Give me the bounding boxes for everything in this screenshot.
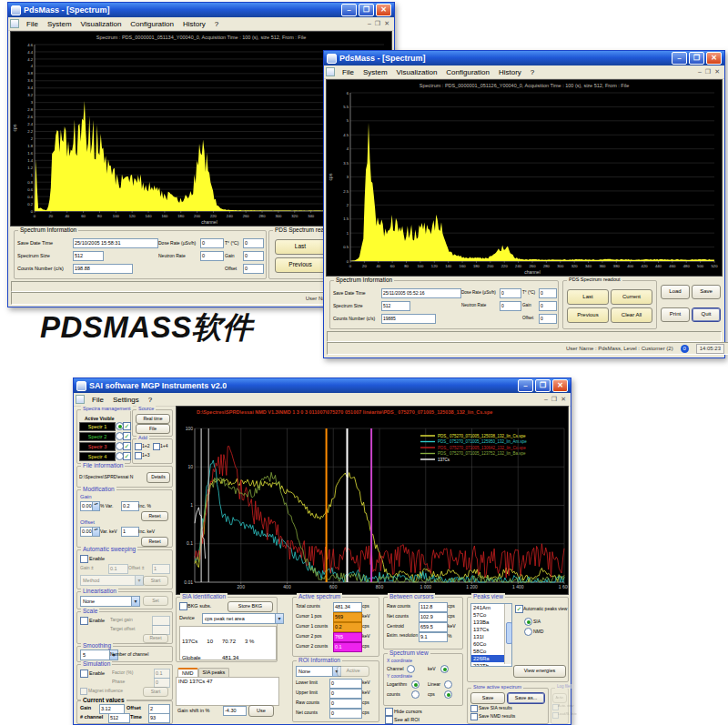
add-1-2-checkbox[interactable] [135,443,142,450]
minimize-button[interactable]: – [672,52,687,65]
see-all-roi-checkbox[interactable] [385,716,393,724]
mdi-close-icon[interactable]: ✕ [561,396,566,403]
cursor2-counts-field[interactable]: 0.1 [333,642,362,652]
add-1-3-checkbox[interactable] [135,452,142,459]
real-time-button[interactable]: Real time [136,414,170,424]
save-date-field[interactable]: 25/10/2005 15:58:31 [73,238,158,248]
save-button[interactable]: Save [470,692,505,704]
save-button[interactable]: Save [692,285,721,299]
kev-radio[interactable] [440,665,449,673]
close-button[interactable]: ✕ [706,52,722,65]
offset-reset-button[interactable]: Reset [141,537,168,547]
linear-radio[interactable] [444,680,452,689]
minimize-button[interactable]: – [341,4,357,16]
dose-rate-field[interactable]: 0 [200,238,224,248]
channel-radio[interactable] [407,665,415,673]
spectrum-3-visible-checkbox[interactable]: ✓ [123,442,131,450]
bkg-subs-checkbox[interactable] [179,602,187,610]
menu-item-configuration[interactable]: Configuration [441,68,494,76]
gain-reset-button[interactable]: Reset [141,511,168,521]
maximize-button[interactable]: ❐ [689,52,704,65]
sia-radio[interactable] [524,618,532,626]
offset-spinner[interactable]: 0.00 [80,527,100,537]
menu-item-help[interactable]: ? [526,68,539,76]
spectrum-2-visible-checkbox[interactable]: ✓ [123,432,131,440]
mdi-minimize-icon[interactable]: – [698,68,702,76]
maximize-button[interactable]: ❐ [359,4,374,16]
dose-rate-field[interactable]: 0 [500,288,521,298]
save-date-field[interactable]: 25/11/2005 05:52:16 [381,288,461,298]
cps-radio[interactable] [444,690,452,699]
tab-nmd[interactable]: NMD [177,668,198,677]
tab-sia-peaks[interactable]: SIA peaks [198,668,230,677]
mdi-minimize-icon[interactable]: – [368,20,371,27]
add-1-4-checkbox[interactable] [153,443,160,450]
menu-item-visualization[interactable]: Visualization [76,20,126,28]
last-button[interactable]: Last [567,289,609,305]
sia-results-list[interactable]: 137Cs 10 70.72 3 % Globale 481.34 [179,626,277,660]
title-bar[interactable]: PdsMass - [Spectrum] – ❐ ✕ [324,51,724,65]
cursor1-counts-field[interactable]: 0.2 [333,622,362,632]
simulation-enable-checkbox[interactable] [80,670,88,678]
details-button[interactable]: Details [147,472,170,483]
spectrum-size-field[interactable]: 512 [381,301,410,311]
save-nmd-results-checkbox[interactable] [470,713,478,720]
scale-enable-checkbox[interactable] [80,617,88,625]
menu-item-visualization[interactable]: Visualization [392,68,442,76]
offset-field[interactable]: 0 [243,264,264,274]
gain-shift-field[interactable]: -4.30 [223,706,247,716]
previous-button[interactable]: Previous [275,257,326,273]
sia-result-row[interactable]: Globale 481.34 [182,655,274,660]
use-button[interactable]: Use [248,705,274,717]
sia-result-row[interactable]: 137Cs 10 70.72 3 % [182,639,274,644]
mdi-close-icon[interactable]: ✕ [384,20,389,27]
neutron-rate-field[interactable]: 0 [500,301,521,311]
offset-field[interactable]: 0 [539,314,557,324]
mdi-close-icon[interactable]: ✕ [714,68,720,76]
device-select[interactable]: cps peak net area [202,613,284,624]
gain-field[interactable]: 0 [539,301,557,311]
counts-radio[interactable] [411,690,420,699]
last-button[interactable]: Last [275,239,326,255]
scrollbar-thumb[interactable] [506,622,512,644]
mdi-restore-icon[interactable]: ❐ [705,68,711,76]
previous-button[interactable]: Previous [567,307,609,323]
multi-spectrum-plot[interactable]: 0.010.11101002004006008001 0001 2001 400… [177,407,568,594]
upper-limit-field[interactable]: 0 [329,689,362,699]
cursor1-pos-field[interactable]: 569 [333,612,362,622]
mdi-restore-icon[interactable]: ❐ [375,20,380,27]
quit-button[interactable]: Quit [692,307,721,322]
cursor2-pos-field[interactable]: 765 [333,632,362,642]
lower-limit-field[interactable]: 0 [329,679,362,689]
close-button[interactable]: ✕ [552,379,568,392]
spectrum-1-visible-checkbox[interactable]: ✓ [123,422,131,430]
file-button[interactable]: File [136,424,170,434]
clear-all-button[interactable]: Clear All [611,307,652,323]
store-bkg-button[interactable]: Store BKG [228,601,273,612]
maximize-button[interactable]: ❐ [535,379,551,392]
menu-item-system[interactable]: System [43,20,76,28]
close-button[interactable]: ✕ [376,4,391,16]
gain-field[interactable]: 0 [243,251,264,261]
current-button[interactable]: Current [611,289,652,305]
menu-item-history[interactable]: History [178,20,210,28]
nmd-radio[interactable] [524,628,532,636]
load-button[interactable]: Load [661,285,690,299]
gain-spinner[interactable]: 0.00 [80,501,100,511]
automatic-peaks-checkbox[interactable]: ✓ [515,605,523,613]
temperature-field[interactable]: 0 [539,288,557,298]
save-as-button[interactable]: Save as... [507,692,545,704]
mdi-minimize-icon[interactable]: – [544,396,548,403]
menu-item-file[interactable]: File [87,396,108,404]
menu-item-system[interactable]: System [359,68,392,76]
gain-inc-field[interactable]: 0.2 [121,501,139,511]
linearisation-select[interactable]: None [80,596,140,607]
save-sia-results-checkbox[interactable] [470,705,478,712]
menu-item-file[interactable]: File [22,20,43,28]
sweeping-enable-checkbox[interactable] [80,555,88,563]
menu-item-help[interactable]: ? [210,20,223,28]
print-button[interactable]: Print [661,307,690,322]
neutron-rate-field[interactable]: 0 [200,251,224,261]
offset-inc-field[interactable]: 1 [121,527,139,537]
minimize-button[interactable]: – [518,379,533,392]
